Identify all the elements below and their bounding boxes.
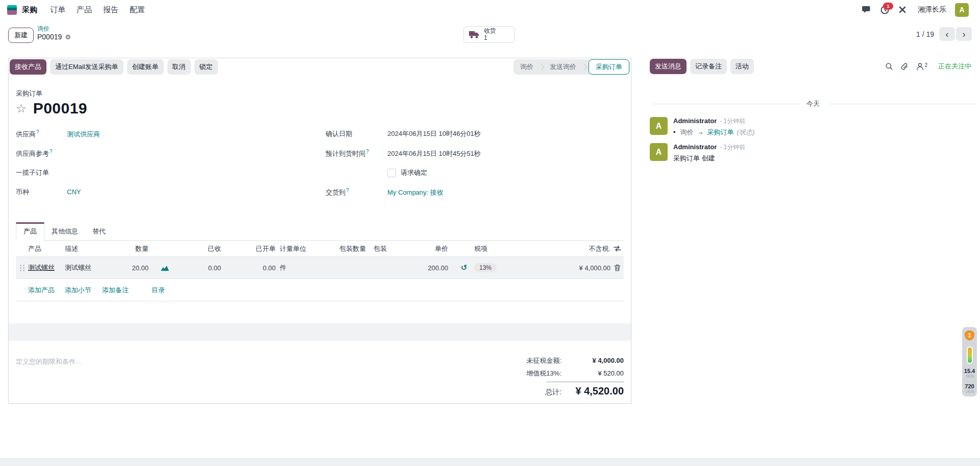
- net-speed-widget[interactable]: 1 15.4 ↑K/s 720 ↓K/s: [962, 327, 977, 397]
- pager-previous-button[interactable]: ‹: [939, 27, 955, 41]
- line-received[interactable]: 0.00: [174, 264, 221, 272]
- totals-separator: [546, 382, 624, 382]
- header-received[interactable]: 已收: [174, 244, 221, 253]
- price-history-icon[interactable]: ↺: [456, 263, 472, 272]
- line-product[interactable]: 测试螺丝: [28, 263, 65, 272]
- confirmation-date-value[interactable]: 2024年06月15日 10时46分01秒: [387, 129, 481, 138]
- lines-header: 产品 描述 数量 已收 已开单 计量单位 包装数量 包装 单价 税项 不含税.: [16, 241, 624, 257]
- ask-confirmation-label: 请求确定: [401, 168, 427, 177]
- log-note-button[interactable]: 记录备注: [690, 59, 727, 74]
- expected-arrival-label: 预计到货时间?: [326, 149, 387, 158]
- messages-icon[interactable]: [862, 5, 871, 14]
- send-by-email-button[interactable]: 通过EMail发送采购单: [50, 59, 124, 75]
- step-separator-icon: [581, 64, 587, 69]
- activities-badge: 1: [883, 3, 893, 10]
- add-note-link[interactable]: 添加备注: [102, 286, 129, 295]
- nav-menu-products[interactable]: 产品: [71, 5, 97, 15]
- header-price[interactable]: 单价: [408, 244, 448, 253]
- company-name[interactable]: 湘潭长乐: [918, 5, 946, 14]
- breadcrumb-parent[interactable]: 询价: [37, 25, 71, 33]
- currency-value[interactable]: CNY: [67, 188, 81, 196]
- optional-columns-icon[interactable]: [610, 245, 624, 252]
- header-uom[interactable]: 计量单位: [276, 244, 327, 253]
- header-pkg[interactable]: 包装: [373, 244, 408, 253]
- status-step-rfq[interactable]: 询价: [514, 62, 540, 72]
- line-billed[interactable]: 0.00: [221, 264, 276, 272]
- line-description[interactable]: 测试螺丝: [65, 263, 116, 272]
- deliver-to-value[interactable]: My Company: 接收: [387, 188, 444, 197]
- header-pkg-qty[interactable]: 包装数量: [327, 244, 373, 253]
- shield-badge-icon: 1: [965, 331, 974, 340]
- followers-icon[interactable]: 2: [916, 62, 927, 71]
- speed-gauge: [967, 346, 973, 364]
- search-messages-icon[interactable]: [885, 62, 893, 71]
- status-step-rfq-sent[interactable]: 发送询价: [544, 62, 582, 72]
- message-author[interactable]: Administrator: [673, 143, 717, 151]
- deliver-to-label: 交货到?: [326, 188, 387, 197]
- statusbar: 接收产品 通过EMail发送采购单 创建账单 取消 锁定 询价 发送询价 采购订…: [9, 58, 631, 76]
- pager: 1 / 19 ‹ ›: [916, 27, 972, 41]
- nav-menu-reporting[interactable]: 报告: [97, 5, 124, 15]
- pager-next-button[interactable]: ›: [956, 27, 972, 41]
- control-panel: 新建 询价 P00019 ⚙ 收货 1 1 / 19 ‹ ›: [8, 23, 972, 45]
- receipt-smart-button[interactable]: 收货 1: [463, 26, 514, 43]
- user-avatar[interactable]: A: [955, 3, 969, 17]
- header-description[interactable]: 描述: [65, 244, 116, 253]
- add-product-link[interactable]: 添加产品: [28, 286, 55, 295]
- ask-confirmation-checkbox[interactable]: [387, 169, 396, 177]
- app-menu-purchase[interactable]: 采购: [22, 5, 37, 15]
- nav-menu-configuration[interactable]: 配置: [124, 5, 151, 15]
- followers-count: 2: [924, 62, 927, 68]
- smart-button-label: 收货: [484, 28, 496, 35]
- gear-icon[interactable]: ⚙: [65, 33, 71, 41]
- attachments-icon[interactable]: [901, 62, 909, 71]
- following-toggle[interactable]: 正在关注中: [938, 62, 971, 71]
- line-price[interactable]: 200.00: [408, 264, 448, 272]
- tab-other-info[interactable]: 其他信息: [44, 223, 85, 240]
- line-uom[interactable]: 件: [276, 263, 327, 272]
- line-tax-badge[interactable]: 13%: [474, 263, 497, 272]
- order-line-row[interactable]: 测试螺丝 测试螺丝 20.00 0.00 0.00 件 200.00 ↺ 13%…: [16, 257, 624, 279]
- add-section-link[interactable]: 添加小节: [65, 286, 91, 295]
- date-divider: 今天: [650, 99, 976, 108]
- terms-placeholder[interactable]: 定义您的期限和条件...: [16, 356, 81, 366]
- favorite-star-icon[interactable]: ☆: [16, 103, 27, 114]
- send-message-button[interactable]: 发送消息: [650, 59, 687, 74]
- breadcrumb: 询价 P00019 ⚙: [37, 25, 71, 42]
- drag-handle-icon[interactable]: [16, 264, 28, 272]
- empty-band: [9, 323, 631, 341]
- tracking-new-state-link[interactable]: 采购订单: [707, 128, 734, 136]
- new-button[interactable]: 新建: [8, 28, 34, 43]
- header-product[interactable]: 产品: [28, 244, 65, 253]
- cancel-button[interactable]: 取消: [167, 59, 191, 75]
- lock-button[interactable]: 锁定: [194, 59, 218, 75]
- avatar[interactable]: A: [650, 143, 668, 161]
- tools-icon[interactable]: [898, 5, 907, 14]
- message-body: 采购订单 创建: [673, 154, 745, 163]
- expected-arrival-value[interactable]: 2024年06月15日 10时45分51秒: [387, 149, 481, 158]
- message-author[interactable]: Administrator: [673, 117, 717, 125]
- tab-alternatives[interactable]: 替代: [85, 223, 113, 240]
- header-taxes[interactable]: 税项: [472, 244, 512, 253]
- tab-products[interactable]: 产品: [16, 222, 44, 241]
- total-value: ¥ 4,520.00: [568, 385, 624, 397]
- header-qty[interactable]: 数量: [116, 244, 149, 253]
- header-billed[interactable]: 已开单: [221, 244, 276, 253]
- header-subtotal[interactable]: 不含税.: [512, 244, 610, 253]
- activities-button[interactable]: 活动: [730, 59, 754, 74]
- avatar[interactable]: A: [650, 117, 668, 135]
- create-bill-button[interactable]: 创建账单: [127, 59, 164, 75]
- catalog-link[interactable]: 目录: [152, 286, 165, 295]
- forecast-chart-icon[interactable]: [156, 265, 174, 271]
- line-qty[interactable]: 20.00: [116, 264, 149, 272]
- receive-products-button[interactable]: 接收产品: [10, 59, 46, 75]
- app-logo[interactable]: [7, 5, 17, 15]
- line-footer-links: 添加产品 添加小节 添加备注 目录: [16, 279, 624, 301]
- activities-clock-icon[interactable]: 1: [880, 5, 889, 14]
- vendor-value[interactable]: 测试供应商: [67, 130, 100, 139]
- nav-menu-orders[interactable]: 订单: [44, 5, 71, 15]
- delete-line-icon[interactable]: [610, 264, 624, 271]
- chatter-panel: 发送消息 记录备注 活动 2 正在关注中 今天 A Administ: [650, 58, 976, 163]
- status-step-purchase-order[interactable]: 采购订单: [589, 59, 629, 75]
- horizontal-scrollbar[interactable]: [0, 458, 980, 466]
